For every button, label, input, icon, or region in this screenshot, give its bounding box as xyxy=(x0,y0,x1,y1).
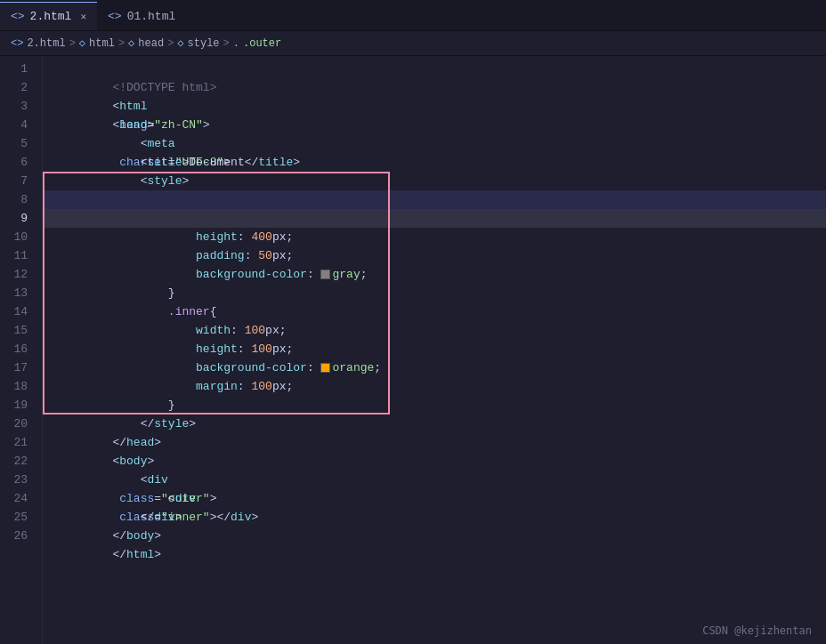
breadcrumb-html[interactable]: html xyxy=(89,37,115,50)
code-line-2: <html lang="zh-CN"> xyxy=(43,78,826,97)
breadcrumb: <> 2.html > ◇ html > ◇ head > ◇ style > … xyxy=(0,31,826,56)
line-num-5: 5 xyxy=(7,134,28,153)
code-line-9: height: 400px; xyxy=(43,209,826,228)
code-line-11: background-color: gray; xyxy=(43,246,826,265)
breadcrumb-outer[interactable]: .outer xyxy=(243,37,281,50)
code-line-14: width: 100px; xyxy=(43,302,826,321)
tab-file-icon-2: <> xyxy=(108,10,122,23)
tab-2html[interactable]: <> 2.html ✕ xyxy=(0,2,97,30)
line-num-8: 8 xyxy=(7,190,28,209)
line-num-20: 20 xyxy=(7,415,28,433)
line-num-19: 19 xyxy=(7,396,28,415)
line-num-17: 17 xyxy=(7,358,28,377)
tab-bar: <> 2.html ✕ <> 01.html xyxy=(0,0,826,31)
line-num-10: 10 xyxy=(7,228,28,246)
line-num-14: 14 xyxy=(7,302,28,321)
line-num-24: 24 xyxy=(7,489,28,508)
code-line-3: <head> xyxy=(43,97,826,116)
code-line-8: width: 400px; xyxy=(43,190,826,209)
code-line-17: margin: 100px; xyxy=(43,358,826,377)
code-line-20: </head> xyxy=(43,415,826,433)
line-num-18: 18 xyxy=(7,377,28,396)
code-line-21: <body> xyxy=(43,433,826,452)
code-line-24: </div> xyxy=(43,489,826,508)
line-num-12: 12 xyxy=(7,265,28,284)
line-num-4: 4 xyxy=(7,116,28,134)
breadcrumb-style-icon: ◇ xyxy=(177,36,183,50)
line-num-9: 9 xyxy=(7,209,28,228)
breadcrumb-head-icon: ◇ xyxy=(128,36,134,50)
tab-label: 2.html xyxy=(30,10,72,23)
breadcrumb-sep-3: > xyxy=(167,37,174,50)
line-numbers: 1 2 3 4 5 6 7 8 9 10 11 12 13 14 15 16 1… xyxy=(0,56,43,644)
line-num-3: 3 xyxy=(7,97,28,116)
breadcrumb-file-icon: <> xyxy=(11,37,23,50)
code-line-10: padding: 50px; xyxy=(43,228,826,246)
breadcrumb-sep-1: > xyxy=(69,37,76,50)
line-num-26: 26 xyxy=(7,527,28,545)
code-line-7: .outer{ xyxy=(43,172,826,190)
code-content[interactable]: <!DOCTYPE html> <html lang="zh-CN"> <hea… xyxy=(43,56,826,644)
line-num-25: 25 xyxy=(7,508,28,527)
code-area[interactable]: 1 2 3 4 5 6 7 8 9 10 11 12 13 14 15 16 1… xyxy=(0,56,826,644)
breadcrumb-head[interactable]: head xyxy=(138,37,164,50)
breadcrumb-html-icon: ◇ xyxy=(79,36,85,50)
tab-label-2: 01.html xyxy=(127,10,176,23)
tab-close-btn[interactable]: ✕ xyxy=(80,11,86,22)
code-line-5: <title>Document</title> xyxy=(43,134,826,153)
line-num-11: 11 xyxy=(7,246,28,265)
line-num-21: 21 xyxy=(7,433,28,452)
code-line-13: .inner{ xyxy=(43,284,826,302)
line-num-7: 7 xyxy=(7,172,28,190)
code-line-6: <style> xyxy=(43,153,826,172)
code-line-23: <div class="inner"></div> xyxy=(43,471,826,489)
code-line-25: </body> xyxy=(43,508,826,527)
line-num-22: 22 xyxy=(7,452,28,471)
code-line-26: </html> xyxy=(43,527,826,545)
editor: 1 2 3 4 5 6 7 8 9 10 11 12 13 14 15 16 1… xyxy=(0,56,826,644)
tab-file-icon: <> xyxy=(11,10,25,23)
code-line-15: height: 100px; xyxy=(43,321,826,340)
tab-01html[interactable]: <> 01.html xyxy=(97,2,186,30)
code-line-4: <meta charset="UTF-8"> xyxy=(43,116,826,134)
code-line-19: </style> xyxy=(43,396,826,415)
line-num-23: 23 xyxy=(7,471,28,489)
breadcrumb-sep-2: > xyxy=(118,37,125,50)
code-line-16: background-color: orange; xyxy=(43,340,826,358)
line-num-1: 1 xyxy=(7,60,28,78)
code-line-12: } xyxy=(43,265,826,284)
breadcrumb-style[interactable]: style xyxy=(188,37,220,50)
line-num-16: 16 xyxy=(7,340,28,358)
code-line-18: } xyxy=(43,377,826,396)
watermark: CSDN @kejizhentan xyxy=(702,624,812,637)
line-num-13: 13 xyxy=(7,284,28,302)
code-line-1: <!DOCTYPE html> xyxy=(43,60,826,78)
code-line-22: <div class="outer"> xyxy=(43,452,826,471)
breadcrumb-file[interactable]: 2.html xyxy=(27,37,65,50)
line-num-6: 6 xyxy=(7,153,28,172)
breadcrumb-class-icon: . xyxy=(233,37,239,50)
breadcrumb-sep-4: > xyxy=(223,37,230,50)
line-num-15: 15 xyxy=(7,321,28,340)
line-num-2: 2 xyxy=(7,78,28,97)
